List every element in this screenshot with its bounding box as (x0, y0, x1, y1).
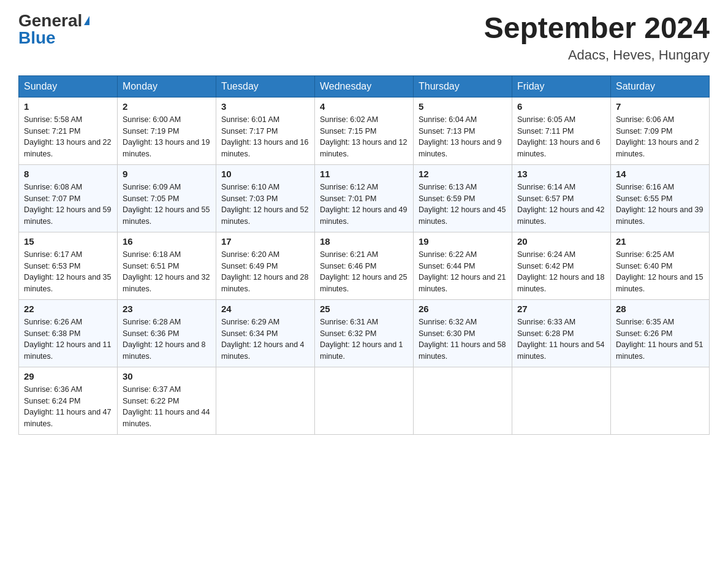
day-info: Sunrise: 6:13 AMSunset: 6:59 PMDaylight:… (419, 182, 507, 228)
day-number: 20 (517, 236, 605, 247)
day-number: 30 (123, 371, 211, 381)
table-row: 23 Sunrise: 6:28 AMSunset: 6:36 PMDaylig… (118, 299, 216, 367)
table-row: 24 Sunrise: 6:29 AMSunset: 6:34 PMDaylig… (216, 299, 315, 367)
table-row: 26 Sunrise: 6:32 AMSunset: 6:30 PMDaylig… (414, 299, 512, 367)
table-row (611, 367, 710, 434)
day-info: Sunrise: 6:18 AMSunset: 6:51 PMDaylight:… (123, 249, 211, 295)
day-info: Sunrise: 6:12 AMSunset: 7:01 PMDaylight:… (320, 182, 408, 228)
day-info: Sunrise: 6:22 AMSunset: 6:44 PMDaylight:… (419, 249, 507, 295)
day-info: Sunrise: 6:21 AMSunset: 6:46 PMDaylight:… (320, 249, 408, 295)
calendar-header-row: Sunday Monday Tuesday Wednesday Thursday… (19, 75, 710, 97)
day-number: 11 (320, 169, 408, 179)
table-row: 7 Sunrise: 6:06 AMSunset: 7:09 PMDayligh… (611, 97, 710, 164)
table-row: 22 Sunrise: 6:26 AMSunset: 6:38 PMDaylig… (19, 299, 118, 367)
day-number: 8 (24, 169, 112, 179)
table-row: 4 Sunrise: 6:02 AMSunset: 7:15 PMDayligh… (315, 97, 414, 164)
table-row: 13 Sunrise: 6:14 AMSunset: 6:57 PMDaylig… (512, 164, 611, 232)
table-row: 8 Sunrise: 6:08 AMSunset: 7:07 PMDayligh… (19, 164, 118, 232)
day-info: Sunrise: 6:33 AMSunset: 6:28 PMDaylight:… (517, 316, 605, 362)
day-info: Sunrise: 6:00 AMSunset: 7:19 PMDaylight:… (123, 114, 211, 160)
table-row: 28 Sunrise: 6:35 AMSunset: 6:26 PMDaylig… (611, 299, 710, 367)
calendar-week-row: 22 Sunrise: 6:26 AMSunset: 6:38 PMDaylig… (19, 299, 710, 367)
table-row: 1 Sunrise: 5:58 AMSunset: 7:21 PMDayligh… (19, 97, 118, 164)
day-info: Sunrise: 6:20 AMSunset: 6:49 PMDaylight:… (221, 249, 309, 295)
day-number: 6 (517, 101, 605, 112)
table-row: 20 Sunrise: 6:24 AMSunset: 6:42 PMDaylig… (512, 232, 611, 299)
day-number: 1 (24, 101, 112, 112)
logo-triangle-icon (84, 16, 89, 25)
day-info: Sunrise: 6:16 AMSunset: 6:55 PMDaylight:… (616, 182, 704, 228)
day-info: Sunrise: 5:58 AMSunset: 7:21 PMDaylight:… (24, 114, 112, 160)
day-info: Sunrise: 6:25 AMSunset: 6:40 PMDaylight:… (616, 249, 704, 295)
table-row: 5 Sunrise: 6:04 AMSunset: 7:13 PMDayligh… (414, 97, 512, 164)
day-info: Sunrise: 6:28 AMSunset: 6:36 PMDaylight:… (123, 316, 211, 362)
day-number: 21 (616, 236, 704, 247)
day-number: 16 (123, 236, 211, 247)
table-row: 10 Sunrise: 6:10 AMSunset: 7:03 PMDaylig… (216, 164, 315, 232)
day-info: Sunrise: 6:01 AMSunset: 7:17 PMDaylight:… (221, 114, 309, 160)
col-thursday: Thursday (414, 75, 512, 97)
day-number: 10 (221, 169, 309, 179)
day-info: Sunrise: 6:35 AMSunset: 6:26 PMDaylight:… (616, 316, 704, 362)
day-number: 9 (123, 169, 211, 179)
day-number: 23 (123, 304, 211, 314)
table-row: 15 Sunrise: 6:17 AMSunset: 6:53 PMDaylig… (19, 232, 118, 299)
day-number: 24 (221, 304, 309, 314)
day-info: Sunrise: 6:10 AMSunset: 7:03 PMDaylight:… (221, 182, 309, 228)
calendar-week-row: 29 Sunrise: 6:36 AMSunset: 6:24 PMDaylig… (19, 367, 710, 434)
table-row: 14 Sunrise: 6:16 AMSunset: 6:55 PMDaylig… (611, 164, 710, 232)
table-row: 11 Sunrise: 6:12 AMSunset: 7:01 PMDaylig… (315, 164, 414, 232)
day-info: Sunrise: 6:37 AMSunset: 6:22 PMDaylight:… (123, 384, 211, 430)
col-monday: Monday (118, 75, 216, 97)
day-number: 14 (616, 169, 704, 179)
col-wednesday: Wednesday (315, 75, 414, 97)
day-info: Sunrise: 6:04 AMSunset: 7:13 PMDaylight:… (419, 114, 507, 160)
day-number: 15 (24, 236, 112, 247)
table-row: 9 Sunrise: 6:09 AMSunset: 7:05 PMDayligh… (118, 164, 216, 232)
day-number: 4 (320, 101, 408, 112)
calendar-table: Sunday Monday Tuesday Wednesday Thursday… (18, 75, 710, 435)
day-number: 3 (221, 101, 309, 112)
day-number: 28 (616, 304, 704, 314)
day-number: 26 (419, 304, 507, 314)
day-info: Sunrise: 6:09 AMSunset: 7:05 PMDaylight:… (123, 182, 211, 228)
col-saturday: Saturday (611, 75, 710, 97)
day-info: Sunrise: 6:02 AMSunset: 7:15 PMDaylight:… (320, 114, 408, 160)
day-info: Sunrise: 6:14 AMSunset: 6:57 PMDaylight:… (517, 182, 605, 228)
day-number: 27 (517, 304, 605, 314)
day-info: Sunrise: 6:06 AMSunset: 7:09 PMDaylight:… (616, 114, 704, 160)
table-row: 30 Sunrise: 6:37 AMSunset: 6:22 PMDaylig… (118, 367, 216, 434)
table-row (414, 367, 512, 434)
day-number: 19 (419, 236, 507, 247)
day-number: 5 (419, 101, 507, 112)
title-block: September 2024 Adacs, Heves, Hungary (484, 12, 710, 63)
calendar-week-row: 8 Sunrise: 6:08 AMSunset: 7:07 PMDayligh… (19, 164, 710, 232)
day-info: Sunrise: 6:24 AMSunset: 6:42 PMDaylight:… (517, 249, 605, 295)
day-number: 2 (123, 101, 211, 112)
table-row: 27 Sunrise: 6:33 AMSunset: 6:28 PMDaylig… (512, 299, 611, 367)
table-row: 29 Sunrise: 6:36 AMSunset: 6:24 PMDaylig… (19, 367, 118, 434)
col-sunday: Sunday (19, 75, 118, 97)
month-title: September 2024 (484, 12, 710, 45)
calendar-week-row: 1 Sunrise: 5:58 AMSunset: 7:21 PMDayligh… (19, 97, 710, 164)
table-row: 2 Sunrise: 6:00 AMSunset: 7:19 PMDayligh… (118, 97, 216, 164)
col-friday: Friday (512, 75, 611, 97)
table-row (315, 367, 414, 434)
location-subtitle: Adacs, Heves, Hungary (484, 47, 710, 63)
table-row: 25 Sunrise: 6:31 AMSunset: 6:32 PMDaylig… (315, 299, 414, 367)
logo-general-text: General (18, 12, 82, 29)
table-row (512, 367, 611, 434)
day-number: 7 (616, 101, 704, 112)
day-number: 18 (320, 236, 408, 247)
day-info: Sunrise: 6:31 AMSunset: 6:32 PMDaylight:… (320, 316, 408, 362)
logo-blue-text: Blue (18, 29, 56, 47)
table-row: 18 Sunrise: 6:21 AMSunset: 6:46 PMDaylig… (315, 232, 414, 299)
day-number: 25 (320, 304, 408, 314)
page-header: General Blue September 2024 Adacs, Heves… (18, 12, 710, 63)
table-row: 19 Sunrise: 6:22 AMSunset: 6:44 PMDaylig… (414, 232, 512, 299)
day-number: 17 (221, 236, 309, 247)
day-info: Sunrise: 6:08 AMSunset: 7:07 PMDaylight:… (24, 182, 112, 228)
calendar-week-row: 15 Sunrise: 6:17 AMSunset: 6:53 PMDaylig… (19, 232, 710, 299)
table-row (216, 367, 315, 434)
table-row: 21 Sunrise: 6:25 AMSunset: 6:40 PMDaylig… (611, 232, 710, 299)
